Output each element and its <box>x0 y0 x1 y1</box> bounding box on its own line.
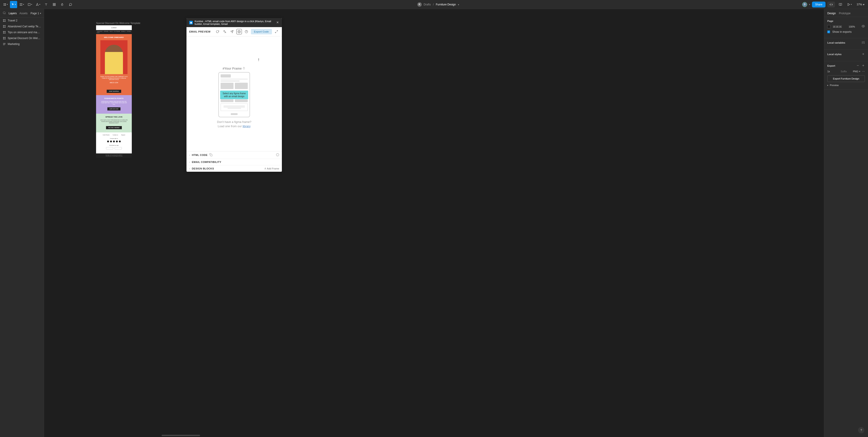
translate-icon[interactable] <box>222 29 227 34</box>
info-icon[interactable] <box>276 153 279 157</box>
svg-point-16 <box>3 12 5 14</box>
refresh-icon[interactable] <box>215 29 220 34</box>
tab-design[interactable]: Design <box>827 12 836 15</box>
help-icon[interactable] <box>244 29 249 34</box>
hash-icon: # <box>265 167 266 170</box>
resources-tool[interactable] <box>51 1 58 8</box>
send-icon[interactable] <box>229 29 235 34</box>
svg-rect-2 <box>4 5 4 6</box>
copy-icon[interactable] <box>209 153 213 157</box>
layer-item[interactable]: Abandoned Cart webp Template 5 <box>0 24 44 29</box>
love-button: BECOME A MEMBER <box>106 126 122 129</box>
html-code-section[interactable]: › HTML CODE <box>186 151 282 159</box>
export-suffix-input[interactable]: Suffix <box>836 70 851 73</box>
minus-icon[interactable] <box>856 64 860 68</box>
frame-label[interactable]: Special Discount On Welcome Template <box>96 22 141 24</box>
svg-rect-11 <box>53 3 54 4</box>
layer-item[interactable]: Tips on skincare and makeup 5 <box>0 29 44 35</box>
wireframe-placeholder: Select any figma frame with an email des… <box>218 72 250 117</box>
social-icons <box>98 141 130 142</box>
page-selector[interactable]: Page 1 ▾ <box>31 12 41 15</box>
svg-line-45 <box>275 32 276 33</box>
close-icon[interactable] <box>276 21 279 25</box>
plus-icon[interactable] <box>862 64 865 68</box>
frame-icon <box>3 25 6 28</box>
comment-tool[interactable] <box>67 1 74 8</box>
chevron-down-icon: ▾ <box>40 12 41 14</box>
layers-list: Travel 2 Abandoned Cart webp Template 5 … <box>0 18 44 437</box>
settings-icon[interactable] <box>237 29 242 34</box>
opacity-value[interactable]: 100% <box>848 25 855 28</box>
figma-menu[interactable]: ▾ <box>2 1 9 8</box>
pen-tool[interactable]: ▾ <box>34 1 41 8</box>
more-icon[interactable]: ⋯ <box>862 70 865 73</box>
svg-rect-13 <box>53 5 54 6</box>
hand-pointer-icon <box>243 65 246 71</box>
layer-name: Marketing <box>8 42 20 45</box>
user-avatar-d[interactable]: D <box>802 2 807 7</box>
svg-rect-46 <box>211 154 213 156</box>
breadcrumb-current[interactable]: Furniture Design <box>436 3 456 6</box>
email-frame[interactable]: LOGO TRENDING NOW APPAREL BAGS FOOTWEAR … <box>96 25 132 158</box>
breadcrumb-parent[interactable]: Drafts <box>424 3 431 6</box>
show-exports-checkbox[interactable]: ✓ <box>827 31 830 33</box>
tab-layers[interactable]: Layers <box>8 12 17 15</box>
chevron-down-icon[interactable]: ▾ <box>458 3 459 6</box>
library-link[interactable]: library <box>243 125 250 128</box>
plugin-hint: Don't have a figma frame? Load one from … <box>217 120 251 128</box>
hand-tool[interactable] <box>59 1 66 8</box>
layer-name: Special Discount On Welcome Te... <box>8 37 41 40</box>
chevron-right-icon: › <box>189 167 190 170</box>
layer-name: Tips on skincare and makeup 5 <box>8 31 41 34</box>
frame-icon <box>3 37 6 40</box>
layer-item[interactable]: Travel 2 <box>0 18 44 24</box>
love-title: SPREAD THE LOVE <box>98 116 130 118</box>
library-button[interactable] <box>837 1 844 8</box>
design-blocks-section[interactable]: › DESIGN BLOCKS # Add Frame <box>186 165 282 172</box>
plugin-title: Kombai - HTML email code from ANY design… <box>195 20 274 25</box>
eye-icon[interactable] <box>862 25 865 28</box>
present-button[interactable]: ▾ <box>846 1 853 8</box>
color-swatch[interactable] <box>827 25 831 28</box>
shape-tool[interactable]: ▾ <box>26 1 33 8</box>
tab-prototype[interactable]: Prototype <box>839 12 850 15</box>
canvas[interactable]: Special Discount On Welcome Template LOG… <box>44 9 824 437</box>
chevron-down-icon: ▾ <box>863 3 864 6</box>
frame-tool[interactable]: ▾ <box>18 1 25 8</box>
settings-icon[interactable] <box>862 41 865 44</box>
expand-icon[interactable] <box>274 29 279 34</box>
share-button[interactable]: Share <box>812 2 826 7</box>
plugin-header[interactable]: ⬢ Kombai - HTML email code from ANY desi… <box>186 18 282 27</box>
search-icon[interactable] <box>3 11 6 15</box>
points-button: EARN 20% NOW <box>107 107 121 111</box>
devmode-button[interactable] <box>827 2 835 7</box>
tab-assets[interactable]: Assets <box>20 12 28 15</box>
connect-label: Connect with us <box>98 138 130 139</box>
color-value[interactable]: 1E1E1E <box>833 25 842 28</box>
layer-item[interactable]: Special Discount On Welcome Te... <box>0 35 44 41</box>
plus-icon[interactable] <box>862 53 865 56</box>
export-button[interactable]: Export Furniture Design <box>827 75 865 82</box>
local-styles-title: Local styles <box>827 53 842 56</box>
avatar-chevron-icon[interactable]: ▾ <box>809 3 810 6</box>
breadcrumb: Drafts / Furniture Design ▾ <box>424 3 459 6</box>
hero-title: WELCOME ONBOARD! <box>98 36 130 38</box>
preview-toggle[interactable]: ▸ Preview <box>827 84 865 87</box>
move-tool[interactable]: ▾ <box>10 1 17 8</box>
layer-name: Travel 2 <box>8 19 18 22</box>
help-button[interactable]: ? <box>858 427 864 433</box>
layer-item[interactable]: Marketing <box>0 41 44 47</box>
copyright-bar: No longer wish to receive these updates?… <box>96 153 132 158</box>
add-frame-button[interactable]: # Add Frame <box>265 167 279 170</box>
export-format-select[interactable]: PNG ▾ <box>853 70 860 73</box>
horizontal-scrollbar[interactable] <box>162 435 200 436</box>
text-tool[interactable] <box>42 1 50 8</box>
svg-rect-0 <box>4 3 4 4</box>
user-avatar-k[interactable]: K <box>417 2 422 7</box>
svg-line-44 <box>277 31 278 31</box>
export-scale[interactable]: 1x <box>827 70 835 73</box>
zoom-control[interactable]: 37% ▾ <box>855 3 866 6</box>
export-code-button[interactable]: Export Code <box>251 29 272 34</box>
email-compat-section[interactable]: › EMAIL COMPATIBILITY <box>186 159 282 165</box>
hero-text: THANK YOU FOR JOINING OUR COMMUNITY! AS … <box>98 76 130 81</box>
